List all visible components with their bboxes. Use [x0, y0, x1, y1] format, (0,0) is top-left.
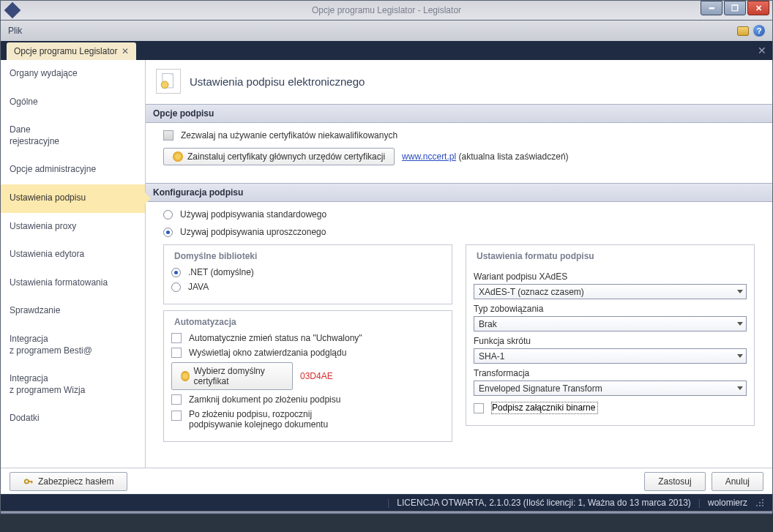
main-panel: Ustawienia podpisu elektronicznego Opcje… — [146, 60, 772, 468]
select-obligation-value: Brak — [479, 319, 497, 329]
status-license: LICENCJA OTWARTA, 2.1.0.23 (Ilość licenc… — [397, 498, 691, 508]
choose-cert-button[interactable]: Wybierz domyślny certyfikat — [171, 362, 293, 390]
svg-point-7 — [759, 502, 761, 503]
label-auto-status: Automatycznie zmień status na "Uchwalony… — [189, 333, 362, 343]
svg-point-6 — [762, 499, 763, 501]
fieldset-automation: Automatyzacja Automatycznie zmień status… — [163, 310, 452, 442]
label-transform: Transformacja — [474, 368, 747, 378]
install-certs-label: Zainstaluj certyfikaty głównych urzędów … — [187, 151, 385, 162]
label-variant: Wariant podpisu XAdES — [474, 271, 747, 282]
svg-point-8 — [762, 502, 763, 503]
protect-button[interactable]: Zabezpiecz hasłem — [10, 472, 127, 491]
select-obligation[interactable]: Brak — [474, 316, 747, 331]
choose-cert-label: Wybierz domyślny certyfikat — [194, 366, 283, 386]
menu-file[interactable]: Plik — [8, 26, 22, 36]
svg-rect-5 — [31, 481, 33, 484]
svg-point-11 — [762, 505, 763, 506]
label-sign-next: Po złożeniu podpisu, rozpocznij podpisyw… — [189, 409, 343, 430]
label-standard: Używaj podpisywania standardowego — [180, 209, 326, 220]
help-icon[interactable]: ? — [753, 25, 765, 37]
chevron-down-icon — [737, 386, 743, 390]
install-certs-button[interactable]: Zainstaluj certyfikaty głównych urzędów … — [163, 148, 395, 165]
sidebar-item-admin[interactable]: Opcje administracyjne — [1, 156, 145, 184]
checkbox-confirm-window[interactable] — [171, 348, 182, 358]
chevron-down-icon — [737, 290, 743, 293]
label-confirm-window: Wyświetlaj okno zatwierdzania podglądu — [189, 348, 346, 358]
tab-options[interactable]: Opcje programu Legislator ✕ — [7, 42, 136, 60]
radio-java[interactable] — [171, 282, 181, 292]
label-hash: Funkcja skrótu — [474, 336, 747, 346]
key-icon — [23, 476, 34, 487]
select-transform[interactable]: Enveloped Signature Transform — [474, 381, 747, 396]
select-variant[interactable]: XAdES-T (oznacz czasem) — [474, 284, 747, 299]
close-button[interactable]: ✕ — [747, 1, 769, 15]
label-sign-binary-wrap: Podpisz załączniki binarne — [491, 402, 598, 414]
cancel-button[interactable]: Anuluj — [712, 472, 763, 491]
maximize-button[interactable]: ❐ — [724, 1, 746, 15]
fieldset-libraries: Domyślne biblioteki .NET (domyślne) JAVA — [163, 244, 452, 304]
sidebar-item-proxy[interactable]: Ustawienia proxy — [1, 213, 145, 241]
chevron-down-icon — [737, 354, 743, 358]
nccert-after: (aktualna lista zaświadczeń) — [458, 151, 568, 162]
section-header-config: Konfiguracja podpisu — [146, 183, 772, 202]
folder-icon[interactable] — [737, 26, 749, 36]
page-title: Ustawienia podpisu elektronicznego — [190, 75, 365, 88]
section-header-opcje: Opcje podpisu — [146, 104, 772, 123]
svg-point-9 — [756, 505, 758, 506]
fieldset-format: Ustawienia formatu podpisu Wariant podpi… — [466, 244, 755, 426]
sidebar-item-format[interactable]: Ustawienia formatowania — [1, 269, 145, 298]
star-icon — [173, 151, 183, 162]
sidebar-item-dane[interactable]: Dane rejestracyjne — [1, 116, 145, 156]
status-user: wolomierz — [708, 498, 747, 508]
action-bar: Zabezpiecz hasłem Zastosuj Anuluj — [1, 468, 772, 494]
checkbox-allow-unqualified[interactable] — [163, 130, 173, 141]
select-hash[interactable]: SHA-1 — [474, 348, 747, 364]
tab-label: Opcje programu Legislator — [14, 46, 117, 56]
apply-label: Zastosuj — [658, 476, 691, 487]
checkbox-close-doc[interactable] — [171, 394, 182, 405]
label-sign-binary: Podpisz załączniki binarne — [492, 402, 595, 413]
protect-label: Zabezpiecz hasłem — [38, 476, 113, 487]
sidebar-item-dodatki[interactable]: Dodatki — [1, 405, 145, 433]
legend-format: Ustawienia formatu podpisu — [474, 251, 597, 261]
sidebar-item-edytor[interactable]: Ustawienia edytora — [1, 241, 145, 269]
cert-thumbprint: 03D4AE — [300, 371, 333, 381]
sidebar-item-ogolne[interactable]: Ogólne — [1, 89, 145, 117]
nccert-link[interactable]: www.nccert.pl — [402, 151, 456, 162]
menubar: Plik ? — [0, 20, 773, 41]
checkbox-auto-status[interactable] — [171, 333, 182, 343]
sidebar-item-bestia[interactable]: Integracja z programem Besti@ — [1, 326, 145, 365]
radio-simplified[interactable] — [163, 228, 173, 237]
sidebar-item-podpis[interactable]: Ustawienia podpisu — [1, 184, 145, 213]
radio-standard[interactable] — [163, 210, 173, 220]
select-variant-value: XAdES-T (oznacz czasem) — [479, 287, 584, 297]
star-icon-2 — [181, 371, 190, 381]
label-net: .NET (domyślne) — [188, 267, 254, 277]
checkbox-sign-next[interactable] — [171, 411, 182, 421]
svg-point-2 — [161, 81, 168, 89]
page-icon — [156, 69, 181, 94]
chevron-down-icon — [737, 322, 743, 326]
legend-libraries: Domyślne biblioteki — [171, 251, 260, 261]
apply-button[interactable]: Zastosuj — [644, 472, 705, 491]
minimize-button[interactable]: ━ — [701, 1, 722, 15]
sidebar: Organy wydające Ogólne Dane rejestracyjn… — [1, 60, 146, 468]
label-obligation: Typ zobowiązania — [474, 304, 747, 314]
label-close-doc: Zamknij dokument po złożeniu podpisu — [189, 394, 340, 405]
sidebar-item-wizja[interactable]: Integracja z programem Wizja — [1, 365, 145, 405]
tabstrip: Opcje programu Legislator ✕ ✕ — [0, 41, 773, 60]
sidebar-item-sprawdzanie[interactable]: Sprawdzanie — [1, 297, 145, 326]
tabstrip-close-icon[interactable]: ✕ — [758, 45, 766, 56]
radio-net[interactable] — [171, 268, 181, 277]
tab-close-icon[interactable]: ✕ — [122, 46, 129, 56]
select-hash-value: SHA-1 — [479, 351, 504, 361]
sidebar-item-organy[interactable]: Organy wydające — [1, 60, 145, 89]
window-title: Opcje programu Legislator - Legislator — [312, 5, 461, 15]
cancel-label: Anuluj — [725, 476, 750, 487]
titlebar: Opcje programu Legislator - Legislator ━… — [0, 0, 773, 20]
label-java: JAVA — [188, 282, 209, 292]
select-transform-value: Enveloped Signature Transform — [479, 383, 602, 394]
checkbox-sign-binary[interactable] — [474, 403, 484, 413]
resize-grip-icon[interactable] — [755, 498, 765, 508]
label-simplified: Uzywaj podpisywania uproszczonego — [180, 227, 326, 237]
